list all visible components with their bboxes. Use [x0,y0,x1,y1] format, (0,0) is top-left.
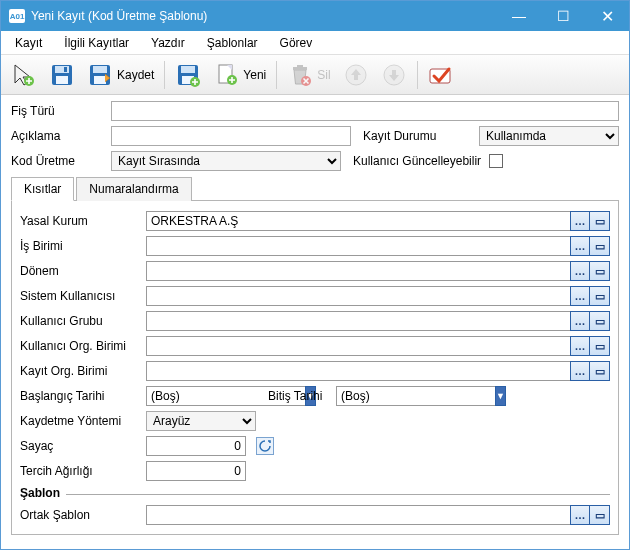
menu-gorev[interactable]: Görev [270,33,323,53]
kullanici-guncelleyebilir-label: Kullanıcı Güncelleyebilir [353,154,483,168]
yasal-kurum-input[interactable] [146,211,570,231]
sayac-refresh-button[interactable] [256,437,274,455]
tercih-agirligi-label: Tercih Ağırlığı [20,464,140,478]
lookup-open-button[interactable]: ▭ [590,286,610,306]
floppy-icon [49,62,75,88]
toolbar-separator [417,61,418,89]
kullanici-grubu-input[interactable] [146,311,570,331]
lookup-browse-button[interactable]: … [570,286,590,306]
kayit-org-birimi-input[interactable] [146,361,570,381]
tercih-agirligi-input[interactable] [146,461,246,481]
toolbar-kaydet-label: Kaydet [117,68,154,82]
yasal-kurum-label: Yasal Kurum [20,214,140,228]
kullanici-org-birimi-input[interactable] [146,336,570,356]
tab-bar: Kısıtlar Numaralandırma [11,176,619,201]
menu-yazdir[interactable]: Yazdır [141,33,195,53]
window-title: Yeni Kayıt (Kod Üretme Şablonu) [31,9,497,23]
kod-uretme-label: Kod Üretme [11,154,105,168]
kod-uretme-select[interactable]: Kayıt Sırasında [111,151,341,171]
kaydetme-yontemi-label: Kaydetme Yöntemi [20,414,140,428]
app-window: A01 Yeni Kayıt (Kod Üretme Şablonu) — ☐ … [0,0,630,550]
kayit-org-birimi-label: Kayıt Org. Birimi [20,364,140,378]
sistem-kullanicisi-input[interactable] [146,286,570,306]
kayit-durumu-select[interactable]: Kullanımda [479,126,619,146]
lookup-open-button[interactable]: ▭ [590,261,610,281]
tab-numaralandirma[interactable]: Numaralandırma [76,177,191,201]
svg-rect-15 [293,67,307,70]
lookup-browse-button[interactable]: … [570,311,590,331]
toolbar-save-close-button[interactable]: Kaydet [83,60,158,90]
toolbar-down-button[interactable] [377,60,411,90]
svg-rect-3 [56,76,68,84]
lookup-browse-button[interactable]: … [570,261,590,281]
lookup-open-button[interactable]: ▭ [590,236,610,256]
toolbar-delete-button[interactable]: Sil [283,60,334,90]
lookup-open-button[interactable]: ▭ [590,311,610,331]
date-picker-button[interactable]: ▼ [495,386,506,406]
lookup-browse-button[interactable]: … [570,505,590,525]
document-new-icon [213,62,239,88]
sablon-group-label: Şablon [20,486,60,500]
menu-ilgili-kayitlar[interactable]: İlgili Kayıtlar [54,33,139,53]
toolbar-yeni-label: Yeni [243,68,266,82]
lookup-browse-button[interactable]: … [570,211,590,231]
trash-icon [287,62,313,88]
bitis-tarihi-label: Bitiş Tarihi [268,389,330,403]
lookup-open-button[interactable]: ▭ [590,361,610,381]
toolbar-save-new-button[interactable] [171,60,205,90]
baslangic-tarihi-field: ▼ [146,386,256,406]
toolbar-separator [164,61,165,89]
svg-rect-7 [94,76,106,84]
kullanici-grubu-label: Kullanıcı Grubu [20,314,140,328]
lookup-open-button[interactable]: ▭ [590,336,610,356]
refresh-icon [259,440,271,452]
svg-rect-16 [297,65,303,67]
is-birimi-input[interactable] [146,236,570,256]
window-controls: — ☐ ✕ [497,1,629,31]
donem-input[interactable] [146,261,570,281]
maximize-button[interactable]: ☐ [541,1,585,31]
cursor-add-icon [11,62,37,88]
fis-turu-input[interactable] [111,101,619,121]
divider [66,494,610,495]
menu-sablonlar[interactable]: Şablonlar [197,33,268,53]
baslangic-tarihi-label: Başlangıç Tarihi [20,389,140,403]
lookup-browse-button[interactable]: … [570,361,590,381]
fis-turu-label: Fiş Türü [11,104,105,118]
toolbar-confirm-button[interactable] [424,60,458,90]
toolbar-save-button[interactable] [45,60,79,90]
close-button[interactable]: ✕ [585,1,629,31]
titlebar: A01 Yeni Kayıt (Kod Üretme Şablonu) — ☐ … [1,1,629,31]
menubar: Kayıt İlgili Kayıtlar Yazdır Şablonlar G… [1,31,629,55]
ortak-sablon-label: Ortak Şablon [20,508,140,522]
kayit-durumu-label: Kayıt Durumu [363,129,473,143]
tab-kisitlar[interactable]: Kısıtlar [11,177,74,201]
bitis-tarihi-field: ▼ [336,386,446,406]
lookup-browse-button[interactable]: … [570,236,590,256]
toolbar-up-button[interactable] [339,60,373,90]
svg-rect-9 [181,66,195,73]
app-icon: A01 [9,9,25,23]
lookup-open-button[interactable]: ▭ [590,505,610,525]
menu-kayit[interactable]: Kayıt [5,33,52,53]
lookup-browse-button[interactable]: … [570,336,590,356]
sayac-label: Sayaç [20,439,140,453]
lookup-open-button[interactable]: ▭ [590,211,610,231]
aciklama-input[interactable] [111,126,351,146]
tab-kisitlar-panel: Yasal Kurum … ▭ İş Birimi …▭ Dönem …▭ Si… [11,201,619,535]
ortak-sablon-input[interactable] [146,505,570,525]
content-area: Fiş Türü Açıklama Kayıt Durumu Kullanımd… [1,95,629,549]
floppy-plus-icon [175,62,201,88]
toolbar-new-button[interactable]: Yeni [209,60,270,90]
kullanici-guncelleyebilir-checkbox[interactable] [489,154,503,168]
toolbar-separator [276,61,277,89]
bitis-tarihi-input[interactable] [336,386,495,406]
sayac-input[interactable] [146,436,246,456]
svg-rect-6 [93,66,107,73]
toolbar: Kaydet Yeni Sil [1,55,629,95]
minimize-button[interactable]: — [497,1,541,31]
kaydetme-yontemi-select[interactable]: Arayüz [146,411,256,431]
checkmark-icon [428,62,454,88]
toolbar-run-button[interactable] [7,60,41,90]
svg-rect-4 [64,67,67,72]
